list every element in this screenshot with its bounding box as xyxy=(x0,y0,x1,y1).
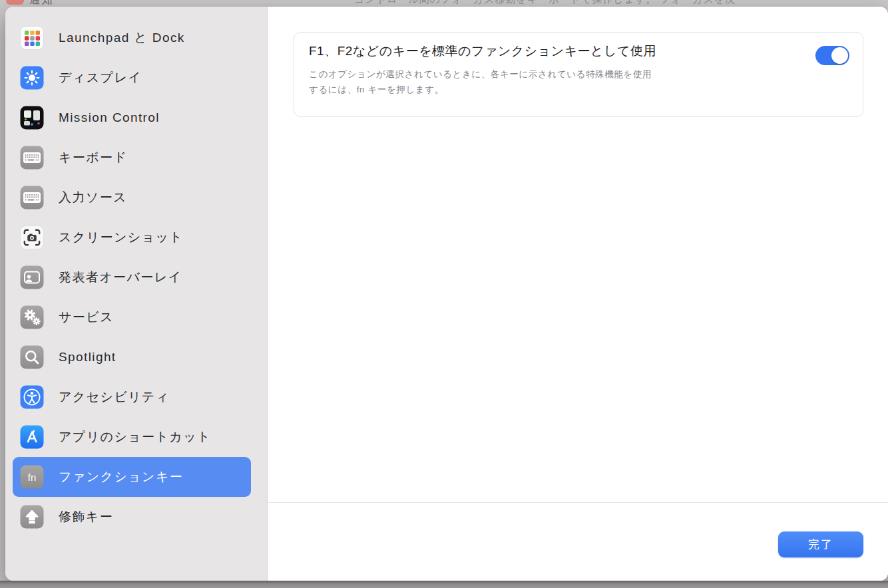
done-button[interactable]: 完了 xyxy=(778,531,863,557)
sidebar-item-label: Launchpad と Dock xyxy=(59,29,185,47)
mission-control-icon xyxy=(20,106,44,130)
sidebar-item-label: ファンクションキー xyxy=(59,468,183,486)
sidebar-item-display[interactable]: ディスプレイ xyxy=(13,58,251,98)
input-sources-icon xyxy=(20,186,44,210)
sidebar-item-label: アクセシビリティ xyxy=(59,388,170,406)
notifications-icon xyxy=(6,0,24,5)
sidebar-item-keyboard[interactable]: キーボード xyxy=(13,138,251,178)
sidebar-item-label: 入力ソース xyxy=(59,189,127,206)
sidebar-item-spotlight[interactable]: Spotlight xyxy=(13,337,251,377)
accessibility-icon xyxy=(20,385,44,409)
toggle-knob xyxy=(831,47,848,64)
sidebar-item-label: スクリーンショット xyxy=(59,229,183,246)
sidebar-item-accessibility[interactable]: アクセシビリティ xyxy=(13,377,251,417)
sidebar-item-app-shortcuts[interactable]: アプリのショートカット xyxy=(13,417,251,457)
function-keys-icon: fn xyxy=(20,465,44,489)
sidebar-item-input-sources[interactable]: 入力ソース xyxy=(13,178,251,218)
screenshot-icon xyxy=(20,225,44,249)
background-window-bottom-edge xyxy=(0,581,888,588)
services-icon xyxy=(20,305,44,329)
sidebar-item-modifier-keys[interactable]: 修飾キー xyxy=(13,497,251,537)
svg-text:fn: fn xyxy=(28,472,37,483)
sidebar-item-label: ディスプレイ xyxy=(59,69,142,86)
content-pane: F1、F2などのキーを標準のファンクションキーとして使用 このオプションが選択さ… xyxy=(268,7,888,581)
setting-title: F1、F2などのキーを標準のファンクションキーとして使用 xyxy=(309,43,848,60)
setting-description-line2: するには、fn キーを押します。 xyxy=(309,82,848,97)
footer-divider xyxy=(268,502,888,503)
display-icon xyxy=(20,66,44,90)
keyboard-icon xyxy=(20,146,44,170)
sidebar-item-services[interactable]: サービス xyxy=(13,297,251,337)
launchpad-icon xyxy=(20,26,44,50)
sidebar-item-label: 修飾キー xyxy=(59,508,113,525)
sidebar-item-label: Mission Control xyxy=(59,110,160,125)
background-clipped-text: コントロール間のフォーカス移動をキーボードで操作します。 フォーカスを次 xyxy=(354,0,736,6)
settings-sheet: Launchpad と DockディスプレイMission Controlキーボ… xyxy=(5,7,888,581)
sidebar-item-label: アプリのショートカット xyxy=(59,428,211,446)
sidebar-item-screenshot[interactable]: スクリーンショット xyxy=(13,218,251,257)
sidebar-item-launchpad[interactable]: Launchpad と Dock xyxy=(13,18,251,58)
function-keys-settings-screen: { "background_window": { "clipped_sideba… xyxy=(0,0,888,588)
sidebar-item-function-keys[interactable]: fnファンクションキー xyxy=(13,457,251,497)
sidebar: Launchpad と DockディスプレイMission Controlキーボ… xyxy=(5,7,268,581)
setting-description-line1: このオプションが選択されているときに、各キーに示されている特殊機能を使用 xyxy=(309,67,848,82)
presenter-overlay-icon xyxy=(20,265,44,289)
sidebar-item-mission-control[interactable]: Mission Control xyxy=(13,98,251,138)
app-shortcuts-icon xyxy=(20,425,44,449)
sidebar-list: Launchpad と DockディスプレイMission Controlキーボ… xyxy=(5,18,267,537)
modifier-keys-icon xyxy=(20,505,44,529)
sidebar-item-presenter-overlay[interactable]: 発表者オーバーレイ xyxy=(13,257,251,297)
spotlight-icon xyxy=(20,345,44,369)
sidebar-item-label: Spotlight xyxy=(59,350,116,365)
sidebar-item-label: サービス xyxy=(59,309,114,326)
function-keys-toggle[interactable] xyxy=(815,46,849,65)
sidebar-item-label: 発表者オーバーレイ xyxy=(59,269,182,286)
sidebar-item-label: キーボード xyxy=(59,149,127,166)
setting-card: F1、F2などのキーを標準のファンクションキーとして使用 このオプションが選択さ… xyxy=(294,32,863,117)
